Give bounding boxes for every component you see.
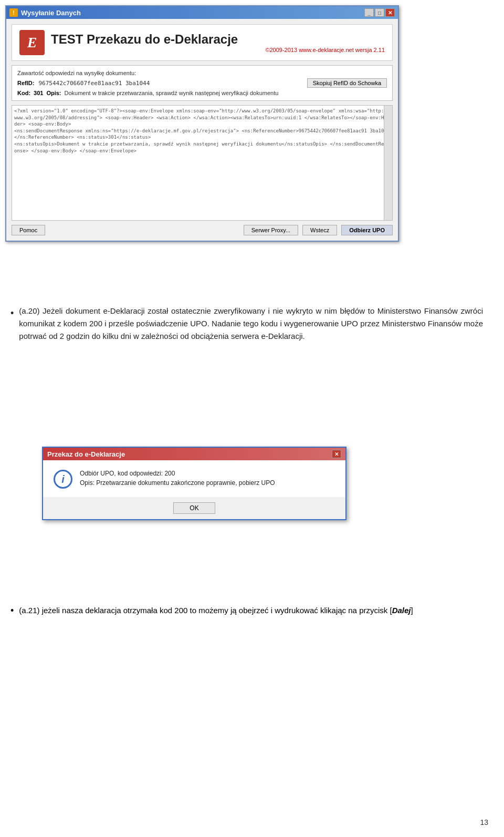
dialog-info-icon: i [54, 470, 72, 489]
app-subtitle: ©2009-2013 www.e-deklaracje.net wersja 2… [51, 47, 385, 53]
dialog-body: i Odbiór UPO, kod odpowiedzi: 200 Opis: … [43, 460, 345, 497]
response-area: <?xml version="1.0" encoding="UTF-8"?><s… [12, 105, 393, 221]
app-logo: E [19, 30, 45, 55]
dialog-window: Przekaz do e-Deklaracje ✕ i Odbiór UPO, … [42, 447, 346, 520]
pomoc-button[interactable]: Pomoc [12, 225, 45, 235]
code-row: Kod: 301 Opis: Dokument w trakcie przetw… [17, 90, 387, 96]
response-line-2: <ns:sendDocumentResponse xmlns:ns="https… [14, 128, 390, 141]
bullet2-text-italic: Dalej [392, 606, 411, 615]
app-header: E TEST Przekazu do e-Deklaracje ©2009-20… [12, 24, 393, 61]
minimize-button[interactable]: _ [364, 8, 374, 17]
ref-row: RefID: 9675442c706607fee81aac91 3ba1044 … [17, 78, 387, 88]
code-label: Kod: [17, 90, 30, 96]
ref-value: 9675442c706607fee81aac91 3ba1044 [38, 80, 150, 87]
bullet1-text: Jeżeli dokument e-Deklaracji został osta… [19, 306, 483, 340]
title-bar-left: ! Wysyłanie Danych [9, 8, 81, 17]
bullet-text-1: (a.20) Jeżeli dokument e-Deklaracji zost… [19, 305, 483, 343]
content-panel: Zawartość odpowiedzi na wysyłkę dokument… [12, 65, 393, 101]
vertical-scrollbar[interactable] [384, 106, 392, 220]
dialog-line1: Odbiór UPO, kod odpowiedzi: 200 [80, 469, 275, 478]
bullet-dot-2: • [10, 605, 14, 616]
close-button[interactable]: ✕ [385, 8, 395, 17]
page-number: 13 [480, 818, 488, 826]
body-content: • (a.20) Jeżeli dokument e-Deklaracji zo… [10, 305, 483, 351]
copy-refid-button[interactable]: Skopiuj RefID do Schowka [307, 78, 387, 88]
bullet-text-2: (a.21) jeżeli nasza deklaracja otrzymała… [19, 604, 413, 617]
wstecz-button[interactable]: Wstecz [302, 225, 337, 235]
odbierz-upo-button[interactable]: Odbierz UPO [341, 225, 393, 235]
window-title: Wysyłanie Danych [21, 9, 81, 17]
dialog-title: Przekaz do e-Deklaracje [47, 450, 125, 458]
title-bar-buttons: _ □ ✕ [364, 8, 395, 17]
serwer-proxy-button[interactable]: Serwer Proxy... [244, 225, 298, 235]
bullet1-number: a.20 [22, 306, 37, 315]
response-text: <?xml version="1.0" encoding="UTF-8"?><s… [14, 108, 390, 154]
app-title-block: TEST Przekazu do e-Deklaracje ©2009-2013… [51, 32, 385, 53]
opis-label: Opis: [46, 90, 61, 96]
dialog-line2: Opis: Przetwarzanie dokumentu zakończone… [80, 478, 275, 488]
window-body: E TEST Przekazu do e-Deklaracje ©2009-20… [6, 19, 398, 241]
app-title: TEST Przekazu do e-Deklaracje [51, 32, 385, 47]
app-icon: ! [9, 8, 18, 17]
code-desc: Dokument w trakcie przetwarzania, sprawd… [65, 90, 279, 96]
ok-button[interactable]: OK [173, 502, 215, 514]
dialog-text-block: Odbiór UPO, kod odpowiedzi: 200 Opis: Pr… [80, 469, 275, 488]
bullet-item-1: • (a.20) Jeżeli dokument e-Deklaracji zo… [10, 305, 483, 343]
bullet-dot-1: • [10, 306, 14, 321]
bullet2-text-before: jeżeli nasza deklaracja otrzymała kod 20… [42, 606, 392, 615]
title-bar: ! Wysyłanie Danych _ □ ✕ [6, 6, 398, 19]
dialog-close-button[interactable]: ✕ [332, 450, 341, 458]
content-label: Zawartość odpowiedzi na wysyłkę dokument… [17, 70, 387, 76]
bullet2-text-after: ] [411, 606, 413, 615]
bullet-item-2: • (a.21) jeżeli nasza deklaracja otrzyma… [10, 604, 483, 617]
maximize-button[interactable]: □ [375, 8, 384, 17]
response-line-3: <ns:statusOpis>Dokument w trakcie przetw… [14, 141, 390, 154]
bottom-buttons: Pomoc Serwer Proxy... Wstecz Odbierz UPO [12, 225, 393, 235]
main-window: ! Wysyłanie Danych _ □ ✕ E TEST Przekazu… [5, 5, 399, 242]
bullet-item-2-container: • (a.21) jeżeli nasza deklaracja otrzyma… [10, 604, 483, 625]
ref-label: RefID: [17, 80, 34, 86]
bullet2-number: a.21 [22, 606, 37, 615]
code-value: 301 [34, 90, 43, 96]
response-line-1: <?xml version="1.0" encoding="UTF-8"?><s… [14, 108, 390, 128]
dialog-title-bar: Przekaz do e-Deklaracje ✕ [43, 448, 345, 460]
dialog-footer: OK [43, 497, 345, 519]
